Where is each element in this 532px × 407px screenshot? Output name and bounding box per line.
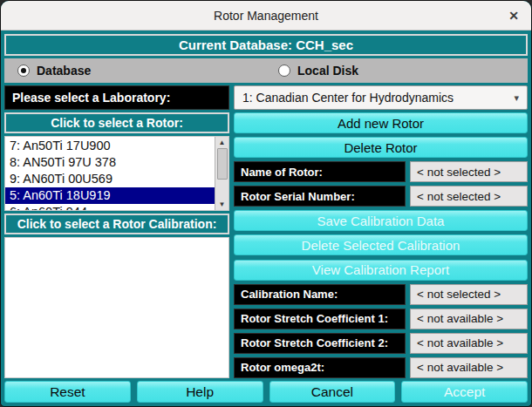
current-database-banner: Current Database: CCH_sec [4,34,528,56]
rotor-name-label: Name of Rotor: [234,161,406,182]
laboratory-selected-value: 1: Canadian Center for Hydrodynamics [242,91,514,105]
rotor-omega2t-row: Rotor omega2t: < not available > [234,357,528,378]
rotor-omega2t-value: < not available > [410,357,528,378]
main-area: Click to select a Rotor: 7: An50Ti 17U90… [4,112,528,378]
stretch-coefficient-2-value: < not available > [410,333,528,354]
scrollbar-thumb[interactable] [217,148,228,180]
rotor-serial-value: < not selected > [410,186,528,207]
rotor-name-row: Name of Rotor: < not selected > [234,161,528,182]
delete-calibration-button[interactable]: Delete Selected Calibration [234,234,528,255]
stretch-coefficient-1-row: Rotor Stretch Coefficient 1: < not avail… [234,309,528,329]
laboratory-label: Please select a Laboratory: [4,85,229,110]
radio-local-disk-label: Local Disk [297,64,358,78]
close-icon[interactable]: ✕ [506,8,522,24]
view-calibration-report-button[interactable]: View Calibration Report [234,260,528,281]
stretch-coefficient-1-value: < not available > [410,309,528,329]
rotor-serial-row: Rotor Serial Number: < not selected > [234,186,528,207]
chevron-down-icon: ▾ [514,92,519,104]
save-calibration-button[interactable]: Save Calibration Data [234,210,528,231]
delete-rotor-button[interactable]: Delete Rotor [234,137,528,158]
laboratory-select[interactable]: 1: Canadian Center for Hydrodynamics ▾ [234,85,528,110]
rotor-list-scrollbar[interactable]: ▲ ▼ [215,137,228,210]
calibration-list-header: Click to select a Rotor Calibration: [4,214,229,234]
calibration-listbox[interactable] [4,237,229,378]
footer-button-row: Reset Help Cancel Accept [4,381,528,403]
stretch-coefficient-2-label: Rotor Stretch Coefficient 2: [234,333,406,354]
reset-button[interactable]: Reset [4,381,131,403]
rotor-serial-label: Rotor Serial Number: [234,186,406,207]
window-title: Rotor Management [1,9,531,23]
radio-database-label: Database [37,64,91,78]
scroll-down-icon[interactable]: ▼ [219,199,226,210]
calibration-name-value: < not selected > [410,284,528,305]
scroll-up-icon[interactable]: ▲ [219,137,226,148]
accept-button[interactable]: Accept [401,381,528,403]
rotor-list-item[interactable]: 9: AN60Ti 00U569 [5,171,215,187]
rotor-management-dialog: Rotor Management ✕ Current Database: CCH… [0,0,532,407]
radio-option-local-disk[interactable]: Local Disk [278,64,358,78]
help-button[interactable]: Help [137,381,263,403]
radio-checked-icon[interactable] [17,64,30,77]
calibration-name-row: Calibration Name: < not selected > [234,284,528,305]
rotor-name-value: < not selected > [410,161,528,182]
rotor-listbox[interactable]: 7: An50Ti 17U900 8: AN50Ti 97U 378 9: AN… [4,136,229,211]
right-column: Add new Rotor Delete Rotor Name of Rotor… [234,112,528,378]
calibration-name-label: Calibration Name: [234,284,406,305]
laboratory-row: Please select a Laboratory: 1: Canadian … [4,85,528,110]
rotor-list-item-selected[interactable]: 5: An60Ti 18U919 [5,187,215,204]
rotor-list-header: Click to select a Rotor: [4,112,229,133]
rotor-list-item[interactable]: 6: An60Ti 944 [5,204,215,210]
rotor-list-rows: 7: An50Ti 17U900 8: AN50Ti 97U 378 9: AN… [5,137,215,210]
source-toggle-row: Database Local Disk [4,58,528,83]
dialog-body: Current Database: CCH_sec Database Local… [1,31,531,406]
stretch-coefficient-2-row: Rotor Stretch Coefficient 2: < not avail… [234,333,528,354]
rotor-list-item[interactable]: 7: An50Ti 17U900 [5,138,215,154]
rotor-omega2t-label: Rotor omega2t: [234,357,406,378]
rotor-list-item[interactable]: 8: AN50Ti 97U 378 [5,154,215,171]
radio-unchecked-icon[interactable] [278,64,290,77]
cancel-button[interactable]: Cancel [269,381,396,403]
title-bar[interactable]: Rotor Management ✕ [1,1,531,31]
left-column: Click to select a Rotor: 7: An50Ti 17U90… [4,112,229,378]
add-rotor-button[interactable]: Add new Rotor [234,112,528,133]
radio-option-database[interactable]: Database [17,64,91,78]
stretch-coefficient-1-label: Rotor Stretch Coefficient 1: [234,309,406,329]
